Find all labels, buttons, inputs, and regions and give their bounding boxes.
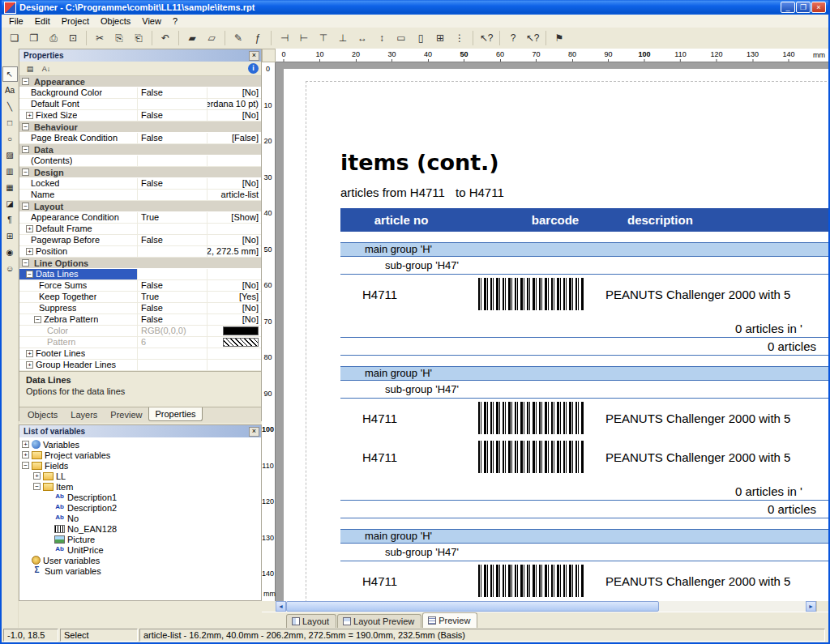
property-row-appearance-condition[interactable]: Appearance ConditionTrue[Show] xyxy=(19,212,261,224)
tab-objects[interactable]: Objects xyxy=(21,407,64,422)
tree-item-unitprice[interactable]: AbUnitPrice xyxy=(19,544,261,555)
scroll-left-icon[interactable]: ◄ xyxy=(276,601,286,612)
open-button[interactable]: ❐ xyxy=(25,30,43,46)
expand-icon[interactable]: − xyxy=(33,483,41,490)
help-button[interactable]: ? xyxy=(504,30,522,46)
print-preview-button[interactable]: ⊡ xyxy=(64,30,82,46)
expand-icon[interactable]: + xyxy=(33,472,41,480)
formatted-text-tool[interactable]: ¶ xyxy=(2,212,18,228)
maximize-button[interactable]: ❐ xyxy=(796,2,811,13)
tab-layout[interactable]: Layout xyxy=(286,614,336,628)
edit-expression-button[interactable]: ƒ xyxy=(249,30,267,46)
center-vertical-button[interactable]: ▯ xyxy=(412,30,430,46)
property-category-line-options[interactable]: −Line Options xyxy=(19,258,261,269)
collapse-icon[interactable]: − xyxy=(22,203,29,210)
barcode-tool[interactable]: ▥ xyxy=(2,164,18,179)
tab-layers[interactable]: Layers xyxy=(64,407,104,422)
send-to-back-button[interactable]: ▱ xyxy=(203,30,220,46)
picture-tool[interactable]: ▨ xyxy=(2,147,18,163)
tree-item-no-ean128[interactable]: No_EAN128 xyxy=(19,523,261,534)
collapse-icon[interactable]: − xyxy=(22,123,29,130)
expand-icon[interactable]: − xyxy=(26,271,33,278)
context-help-button[interactable]: ↖? xyxy=(524,30,541,46)
tree-item-variables[interactable]: +Variables xyxy=(19,439,261,450)
tab-layout-preview[interactable]: Layout Preview xyxy=(337,614,421,628)
property-row-data-lines[interactable]: −Data Lines xyxy=(19,269,261,280)
menu-item-file[interactable]: File xyxy=(3,15,29,27)
property-row-keep-together[interactable]: Keep TogetherTrue[Yes] xyxy=(19,292,261,303)
property-row-default-frame[interactable]: +Default Frame xyxy=(19,224,261,235)
property-row-pagewrap-before[interactable]: Pagewrap BeforeFalse[No] xyxy=(19,235,261,246)
tab-preview[interactable]: Preview xyxy=(422,612,477,628)
align-top-button[interactable]: ⊤ xyxy=(314,30,332,46)
close-variables-icon[interactable]: × xyxy=(249,427,259,437)
tab-properties[interactable]: Properties xyxy=(148,407,202,421)
expand-icon[interactable]: + xyxy=(26,350,33,357)
tree-item-description2[interactable]: AbDescription2 xyxy=(19,502,261,513)
new-button[interactable]: ❏ xyxy=(6,30,24,46)
whats-this-button[interactable]: ↖? xyxy=(477,30,495,46)
expand-icon[interactable]: + xyxy=(22,451,29,458)
property-row-footer-lines[interactable]: +Footer Lines xyxy=(19,348,261,360)
close-button[interactable]: × xyxy=(811,2,826,13)
property-row-name[interactable]: Namearticle-list xyxy=(19,190,261,201)
alphabetical-view-button[interactable]: A↓ xyxy=(38,63,54,75)
menu-item-project[interactable]: Project xyxy=(56,15,95,27)
property-row-group-header-lines[interactable]: +Group Header Lines xyxy=(19,360,261,371)
property-category-layout[interactable]: −Layout xyxy=(19,201,261,212)
snap-to-grid-button[interactable]: ⊞ xyxy=(431,30,449,46)
expand-icon[interactable]: + xyxy=(22,441,29,448)
cut-button[interactable]: ✂ xyxy=(91,30,109,46)
expand-icon[interactable]: + xyxy=(26,361,33,369)
categorized-view-button[interactable]: ▤ xyxy=(22,63,38,75)
expert-tool[interactable]: ☺ xyxy=(2,261,18,276)
tree-item-user-variables[interactable]: User variables xyxy=(19,555,261,565)
collapse-icon[interactable]: − xyxy=(22,146,29,153)
collapse-icon[interactable]: − xyxy=(22,168,29,176)
expand-icon[interactable]: + xyxy=(26,225,33,232)
tree-item-ll[interactable]: +LL xyxy=(19,471,261,481)
menu-item-view[interactable]: View xyxy=(136,15,167,27)
tree-item-description1[interactable]: AbDescription1 xyxy=(19,492,261,502)
property-row-contents[interactable]: (Contents) xyxy=(19,156,261,167)
tab-preview[interactable]: Preview xyxy=(104,407,148,422)
close-properties-icon[interactable]: × xyxy=(249,51,259,61)
print-button[interactable]: ⎙ xyxy=(45,30,62,46)
expand-icon[interactable]: + xyxy=(26,248,33,255)
align-right-button[interactable]: ⊢ xyxy=(295,30,313,46)
report-issues-button[interactable]: ⚑ xyxy=(550,30,568,46)
tree-item-project-variables[interactable]: +Project variables xyxy=(19,450,261,460)
property-row-zebra-pattern[interactable]: −Zebra PatternFalse[No] xyxy=(19,314,261,326)
tree-item-fields[interactable]: −Fields xyxy=(19,460,261,471)
chart-tool[interactable]: ◪ xyxy=(2,196,18,211)
property-row-position[interactable]: +Position[16.2, 40.0, 206.2, 272.5 mm] xyxy=(19,246,261,258)
table-tool[interactable]: ▦ xyxy=(2,180,18,195)
scroll-thumb[interactable] xyxy=(286,601,659,612)
menu-item-objects[interactable]: Objects xyxy=(95,15,136,27)
expand-icon[interactable]: − xyxy=(34,316,41,323)
align-bottom-button[interactable]: ⊥ xyxy=(334,30,352,46)
paste-button[interactable]: ⎗ xyxy=(130,30,148,46)
tree-item-sum-variables[interactable]: ΣSum variables xyxy=(19,565,261,576)
tree-item-picture[interactable]: Picture xyxy=(19,534,261,544)
align-left-button[interactable]: ⊣ xyxy=(276,30,293,46)
menu-item-help[interactable]: ? xyxy=(167,15,183,27)
undo-button[interactable]: ↶ xyxy=(156,30,174,46)
property-row-fixed-size[interactable]: +Fixed SizeFalse[No] xyxy=(19,110,261,122)
property-row-page-break-condition[interactable]: Page Break ConditionFalse[False] xyxy=(19,133,261,144)
property-row-suppress[interactable]: SuppressFalse[No] xyxy=(19,303,261,314)
tree-item-item[interactable]: −Item xyxy=(19,481,261,492)
property-row-locked[interactable]: LockedFalse[No] xyxy=(19,178,261,190)
same-width-button[interactable]: ↔ xyxy=(353,30,371,46)
property-category-behaviour[interactable]: −Behaviour xyxy=(19,122,261,133)
info-icon[interactable]: i xyxy=(248,63,259,74)
property-category-data[interactable]: −Data xyxy=(19,144,261,156)
expand-icon[interactable]: + xyxy=(26,112,33,119)
property-row-default-font[interactable]: Default Font(Verdana 10 pt) xyxy=(19,99,261,110)
property-row-color[interactable]: ColorRGB(0,0,0) xyxy=(19,326,261,337)
menu-item-edit[interactable]: Edit xyxy=(29,15,56,27)
property-row-background-color[interactable]: Background ColorFalse[No] xyxy=(19,87,261,99)
html-tool[interactable]: ◉ xyxy=(2,245,18,260)
bring-to-front-button[interactable]: ▰ xyxy=(183,30,201,46)
property-category-appearance[interactable]: −Appearance xyxy=(19,76,261,87)
